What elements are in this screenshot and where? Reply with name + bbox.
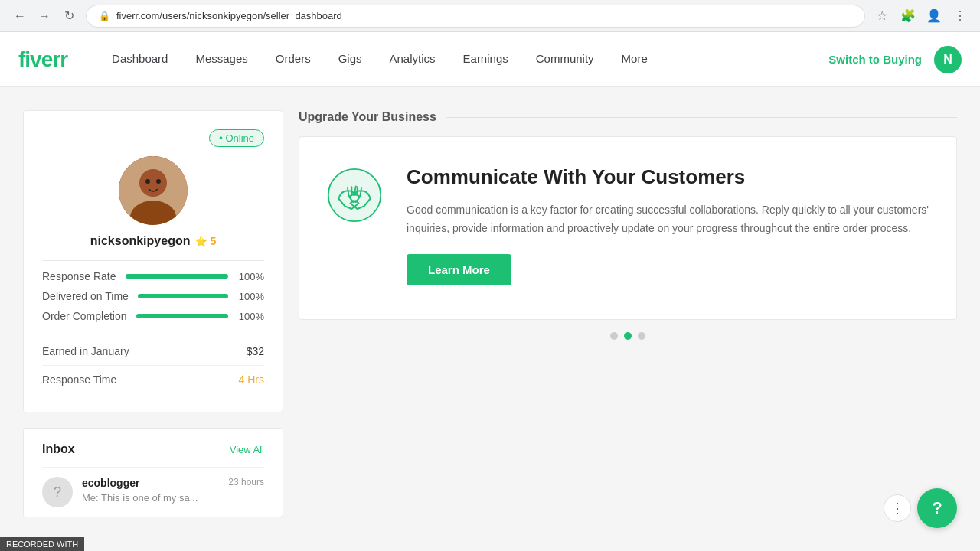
stat-bar-response-rate <box>126 274 228 279</box>
nav-gigs[interactable]: Gigs <box>325 32 376 87</box>
question-mark-icon: ? <box>54 484 61 500</box>
lock-icon: 🔒 <box>99 11 110 21</box>
nav-orders[interactable]: Orders <box>262 32 325 87</box>
nav-earnings[interactable]: Earnings <box>449 32 522 87</box>
handshake-icon <box>327 168 382 223</box>
upgrade-section: Upgrade Your Business <box>299 110 957 340</box>
inbox-header: Inbox View All <box>42 442 264 456</box>
navbar-right: Switch to Buying N <box>828 46 962 73</box>
help-fab: ⋮ ? <box>884 488 957 528</box>
stat-value-delivered: 100% <box>237 291 264 302</box>
forward-button[interactable]: → <box>34 5 55 27</box>
profile-avatar-container <box>42 156 264 225</box>
url-text: fiverr.com/users/nicksonkipyegon/seller_… <box>116 10 342 21</box>
avatar-svg <box>119 156 188 225</box>
upgrade-card: Communicate With Your Customers Good com… <box>299 136 957 320</box>
inbox-time: 23 hours <box>228 477 264 489</box>
svg-point-3 <box>145 179 150 184</box>
upgrade-desc: Good communication is a key factor for c… <box>407 201 932 238</box>
help-menu-button[interactable]: ⋮ <box>884 494 911 522</box>
profile-name-row: nicksonkipyegon ⭐ 5 <box>42 234 264 248</box>
nav-community[interactable]: Community <box>522 32 608 87</box>
view-all-link[interactable]: View All <box>230 444 264 455</box>
stats-section: Response Rate 100% Delivered on Time 100… <box>42 270 264 322</box>
browser-action-buttons: ☆ 🧩 👤 ⋮ <box>871 5 971 27</box>
earnings-section: Earned in January $32 Response Time 4 Hr… <box>42 337 264 393</box>
browser-nav-buttons: ← → ↻ <box>9 5 80 27</box>
upgrade-text: Communicate With Your Customers Good com… <box>407 165 932 285</box>
learn-more-button[interactable]: Learn More <box>407 254 511 285</box>
profile-button[interactable]: 👤 <box>923 5 945 27</box>
stat-order-completion: Order Completion 100% <box>42 310 264 322</box>
stat-bar-container-response-rate <box>126 274 228 279</box>
profile-avatar <box>119 156 188 225</box>
earned-label: Earned in January <box>42 345 129 357</box>
stat-bar-delivered <box>138 294 228 298</box>
refresh-button[interactable]: ↻ <box>58 5 80 27</box>
stat-label-delivered-on-time: Delivered on Time <box>42 290 129 302</box>
carousel-dots <box>299 332 957 340</box>
address-bar[interactable]: 🔒 fiverr.com/users/nicksonkipyegon/selle… <box>86 5 865 28</box>
response-time-row: Response Time 4 Hrs <box>42 366 264 393</box>
switch-to-buying-link[interactable]: Switch to Buying <box>828 53 922 66</box>
browser-chrome: ← → ↻ 🔒 fiverr.com/users/nicksonkipyegon… <box>0 0 980 32</box>
rating-value: 5 <box>210 235 216 247</box>
nav-dashboard[interactable]: Dashboard <box>98 32 181 87</box>
profile-card: • Online nicksonkipyegon <box>23 110 283 412</box>
stat-bar-container-delivered <box>138 294 228 298</box>
bookmark-button[interactable]: ☆ <box>871 5 893 27</box>
fiverr-logo[interactable]: fiverr <box>18 47 67 72</box>
divider <box>42 260 264 261</box>
navbar-links: Dashboard Messages Orders Gigs Analytics… <box>98 32 828 87</box>
nav-messages[interactable]: Messages <box>181 32 261 87</box>
online-badge-row: • Online <box>42 129 264 147</box>
extensions-button[interactable]: 🧩 <box>897 5 919 27</box>
stat-bar-container-completion <box>136 314 229 318</box>
inbox-sender-name: ecoblogger <box>82 477 139 489</box>
svg-point-4 <box>156 179 161 184</box>
stat-value-response-rate: 100% <box>237 271 264 282</box>
nav-analytics[interactable]: Analytics <box>376 32 449 87</box>
inbox-card: Inbox View All ? ecoblogger 23 hours Me:… <box>23 428 283 517</box>
nav-more[interactable]: More <box>608 32 662 87</box>
right-content: Upgrade Your Business <box>299 110 957 517</box>
response-time-label: Response Time <box>42 373 116 386</box>
upgrade-title-text: Upgrade Your Business <box>299 110 436 124</box>
earned-in-january-row: Earned in January $32 <box>42 337 264 366</box>
earned-value: $32 <box>247 345 264 357</box>
stat-bar-completion <box>136 314 229 318</box>
star-icon: ⭐ <box>194 235 207 247</box>
inbox-name-row: ecoblogger 23 hours <box>82 477 264 489</box>
inbox-content: ecoblogger 23 hours Me: This is one of m… <box>82 477 264 504</box>
help-button[interactable]: ? <box>917 488 957 528</box>
inbox-message-preview: Me: This is one of my sa... <box>82 492 198 504</box>
menu-button[interactable]: ⋮ <box>949 5 971 27</box>
upgrade-icon-area <box>324 165 385 226</box>
carousel-dot-1[interactable] <box>610 332 618 340</box>
upgrade-title: Upgrade Your Business <box>299 110 957 124</box>
response-time-value: 4 Hrs <box>239 373 264 386</box>
svg-point-1 <box>139 169 167 197</box>
inbox-title: Inbox <box>42 442 75 456</box>
upgrade-heading: Communicate With Your Customers <box>407 165 932 191</box>
inbox-item[interactable]: ? ecoblogger 23 hours Me: This is one of… <box>42 467 264 517</box>
recorded-badge: RECORDED WITH <box>0 537 84 540</box>
username: nicksonkipyegon <box>90 234 191 248</box>
inbox-avatar: ? <box>42 477 73 507</box>
left-column: • Online nicksonkipyegon <box>23 110 283 517</box>
stat-label-response-rate: Response Rate <box>42 270 116 282</box>
back-button[interactable]: ← <box>9 5 31 27</box>
stat-response-rate: Response Rate 100% <box>42 270 264 282</box>
stat-label-order-completion: Order Completion <box>42 310 127 322</box>
carousel-dot-3[interactable] <box>638 332 645 340</box>
stat-value-completion: 100% <box>237 311 264 322</box>
carousel-dot-2[interactable] <box>624 332 632 340</box>
navbar: fiverr Dashboard Messages Orders Gigs An… <box>0 32 980 87</box>
main-content: • Online nicksonkipyegon <box>0 87 980 540</box>
star-rating: ⭐ 5 <box>194 235 216 247</box>
user-avatar[interactable]: N <box>934 46 962 73</box>
online-badge: • Online <box>209 129 264 147</box>
stat-delivered-on-time: Delivered on Time 100% <box>42 290 264 302</box>
